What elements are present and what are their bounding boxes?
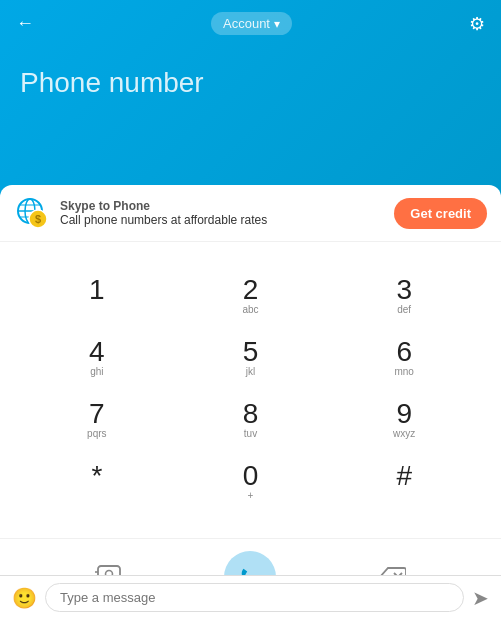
message-input[interactable] xyxy=(45,583,464,612)
phone-number-title: Phone number xyxy=(0,47,501,109)
key-number: 0 xyxy=(243,462,259,490)
dial-key-6[interactable]: 6mno xyxy=(327,328,481,390)
app-container: ← Account ▾ ⚙ Phone number xyxy=(0,0,501,619)
key-number: 8 xyxy=(243,400,259,428)
key-letters: pqrs xyxy=(87,428,106,442)
dial-key-5[interactable]: 5jkl xyxy=(174,328,328,390)
send-icon[interactable]: ➤ xyxy=(472,586,489,610)
key-letters: + xyxy=(248,490,254,504)
key-number: # xyxy=(396,462,412,490)
key-letters: jkl xyxy=(246,366,255,380)
header: ← Account ▾ ⚙ Phone number xyxy=(0,0,501,200)
dialpad-grid: 12abc3def4ghi5jkl6mno7pqrs8tuv9wxyz*0+# xyxy=(20,266,481,514)
dial-key-2[interactable]: 2abc xyxy=(174,266,328,328)
key-letters: mno xyxy=(394,366,413,380)
key-number: 1 xyxy=(89,276,105,304)
key-number: 7 xyxy=(89,400,105,428)
banner-subtitle: Call phone numbers at affordable rates xyxy=(60,213,384,227)
banner-title: Skype to Phone xyxy=(60,199,384,213)
dial-key-#[interactable]: # xyxy=(327,452,481,514)
dial-key-8[interactable]: 8tuv xyxy=(174,390,328,452)
back-button[interactable]: ← xyxy=(16,13,34,34)
dial-key-3[interactable]: 3def xyxy=(327,266,481,328)
account-selector[interactable]: Account ▾ xyxy=(211,12,292,35)
account-label: Account xyxy=(223,16,270,31)
settings-icon: ⚙ xyxy=(469,14,485,34)
key-number: 2 xyxy=(243,276,259,304)
key-letters: abc xyxy=(242,304,258,318)
dial-key-7[interactable]: 7pqrs xyxy=(20,390,174,452)
key-number: 3 xyxy=(396,276,412,304)
message-bar: 🙂 ➤ xyxy=(0,575,501,619)
emoji-icon[interactable]: 🙂 xyxy=(12,586,37,610)
key-number: 5 xyxy=(243,338,259,366)
header-top: ← Account ▾ ⚙ xyxy=(0,0,501,47)
dialpad: 12abc3def4ghi5jkl6mno7pqrs8tuv9wxyz*0+# xyxy=(0,242,501,538)
key-number: * xyxy=(91,462,102,490)
dial-key-0[interactable]: 0+ xyxy=(174,452,328,514)
skype-banner: $ Skype to Phone Call phone numbers at a… xyxy=(0,185,501,242)
dial-key-4[interactable]: 4ghi xyxy=(20,328,174,390)
key-number: 9 xyxy=(396,400,412,428)
dial-panel: $ Skype to Phone Call phone numbers at a… xyxy=(0,185,501,619)
skype-globe-icon: $ xyxy=(14,195,50,231)
settings-button[interactable]: ⚙ xyxy=(469,13,485,35)
key-letters: def xyxy=(397,304,411,318)
chevron-down-icon: ▾ xyxy=(274,17,280,31)
get-credit-button[interactable]: Get credit xyxy=(394,198,487,229)
key-number: 4 xyxy=(89,338,105,366)
key-number: 6 xyxy=(396,338,412,366)
key-letters: ghi xyxy=(90,366,103,380)
dial-key-9[interactable]: 9wxyz xyxy=(327,390,481,452)
key-letters: tuv xyxy=(244,428,257,442)
dial-key-*[interactable]: * xyxy=(20,452,174,514)
key-letters: wxyz xyxy=(393,428,415,442)
dial-key-1[interactable]: 1 xyxy=(20,266,174,328)
svg-text:$: $ xyxy=(35,213,41,225)
banner-text: Skype to Phone Call phone numbers at aff… xyxy=(60,199,384,227)
back-icon: ← xyxy=(16,13,34,34)
